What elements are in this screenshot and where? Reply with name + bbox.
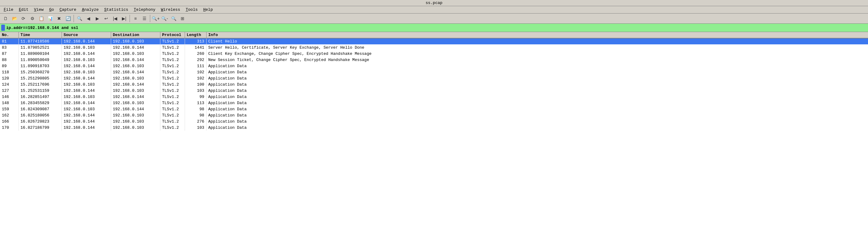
cell-source: 192.168.0.144 xyxy=(62,112,111,118)
menu-item-telephony[interactable]: Telephony xyxy=(131,7,158,12)
table-row[interactable]: 17016.827186799192.168.0.144192.168.0.10… xyxy=(0,124,868,131)
cell-no: 159 xyxy=(0,106,19,112)
menu-item-view[interactable]: View xyxy=(31,7,46,12)
zoom-in-btn[interactable]: 🔍+ xyxy=(151,14,160,23)
cell-no: 166 xyxy=(0,118,19,124)
col-header-destination[interactable]: Destination xyxy=(111,32,160,38)
table-row[interactable]: 11815.250360270192.168.0.103192.168.0.14… xyxy=(0,69,868,75)
cell-destination: 192.168.0.103 xyxy=(111,112,160,118)
table-row[interactable]: 12415.252117696192.168.0.103192.168.0.14… xyxy=(0,81,868,87)
last-btn[interactable]: ▶| xyxy=(120,14,128,23)
cell-protocol: TLSv1.2 xyxy=(160,124,185,131)
print-btn[interactable]: 📊 xyxy=(46,14,55,23)
cell-info: Server Hello, Certificate, Server Key Ex… xyxy=(206,45,868,51)
reload-btn[interactable]: 📋 xyxy=(37,14,45,23)
cell-source: 192.168.0.144 xyxy=(62,100,111,106)
table-row[interactable]: 14816.283455829192.168.0.144192.168.0.10… xyxy=(0,100,868,106)
cell-info: Application Data xyxy=(206,87,868,94)
col-header-protocol[interactable]: Protocol xyxy=(160,32,185,38)
table-row[interactable]: 12015.251290805192.168.0.144192.168.0.10… xyxy=(0,75,868,81)
cell-destination: 192.168.0.103 xyxy=(111,38,160,45)
menu-item-edit[interactable]: Edit xyxy=(16,7,31,12)
first-btn[interactable]: |◀ xyxy=(111,14,119,23)
cell-no: 89 xyxy=(0,63,19,69)
cell-protocol: TLSv1.2 xyxy=(160,63,185,69)
table-row[interactable]: 8811.890050049192.168.0.103192.168.0.144… xyxy=(0,57,868,63)
open-btn[interactable]: 📂 xyxy=(10,14,19,23)
return-btn[interactable]: ↩ xyxy=(102,14,111,23)
cell-time: 11.877418586 xyxy=(19,38,62,45)
colorize-btn[interactable]: ≡ xyxy=(131,14,140,23)
forward-btn[interactable]: ▶ xyxy=(93,14,101,23)
zoom-reset-btn[interactable]: 🔍 xyxy=(169,14,178,23)
menu-item-analyze[interactable]: Analyze xyxy=(80,7,101,12)
cell-info: New Session Ticket, Change Cipher Spec, … xyxy=(206,57,868,63)
cell-info: Application Data xyxy=(206,69,868,75)
cell-protocol: TLSv1.2 xyxy=(160,81,185,87)
packet-list[interactable]: No. Time Source Destination Protocol Len… xyxy=(0,32,868,252)
toolbar-sep-1 xyxy=(73,15,74,22)
cell-length: 292 xyxy=(185,57,206,63)
cell-source: 192.168.0.103 xyxy=(62,94,111,100)
menu-item-statistics[interactable]: Statistics xyxy=(102,7,131,12)
save-btn[interactable]: ⟳ xyxy=(19,14,28,23)
packet-tbody: 8111.877418586192.168.0.144192.168.0.103… xyxy=(0,38,868,131)
menu-item-go[interactable]: Go xyxy=(47,7,57,12)
cell-destination: 192.168.0.144 xyxy=(111,106,160,112)
cell-no: 124 xyxy=(0,81,19,87)
close-btn[interactable]: ⚙ xyxy=(28,14,37,23)
table-row[interactable]: 16616.826720823192.168.0.144192.168.0.10… xyxy=(0,118,868,124)
table-row[interactable]: 8911.890918703192.168.0.144192.168.0.103… xyxy=(0,63,868,69)
filter-input[interactable] xyxy=(6,26,867,30)
table-row[interactable]: 12715.252531159192.168.0.144192.168.0.10… xyxy=(0,87,868,94)
table-row[interactable]: 8111.877418586192.168.0.144192.168.0.103… xyxy=(0,38,868,45)
cell-no: 81 xyxy=(0,38,19,45)
menu-item-file[interactable]: File xyxy=(1,7,16,12)
cell-protocol: TLSv1.2 xyxy=(160,38,185,45)
menu-item-tools[interactable]: Tools xyxy=(183,7,200,12)
cell-protocol: TLSv1.2 xyxy=(160,87,185,94)
menu-bar: FileEditViewGoCaptureAnalyzeStatisticsTe… xyxy=(0,6,868,13)
menu-item-wireless[interactable]: Wireless xyxy=(158,7,183,12)
col-header-no[interactable]: No. xyxy=(0,32,19,38)
autoscroll-btn[interactable]: ☰ xyxy=(140,14,149,23)
cell-info: Application Data xyxy=(206,118,868,124)
menu-item-help[interactable]: Help xyxy=(201,7,215,12)
cell-destination: 192.168.0.103 xyxy=(111,124,160,131)
cell-destination: 192.168.0.144 xyxy=(111,57,160,63)
cell-protocol: TLSv1.2 xyxy=(160,75,185,81)
cell-no: 162 xyxy=(0,112,19,118)
filter-bar xyxy=(0,24,868,32)
table-row[interactable]: 14616.282851497192.168.0.103192.168.0.14… xyxy=(0,94,868,100)
cell-info: Application Data xyxy=(206,81,868,87)
cell-time: 11.890050049 xyxy=(19,57,62,63)
table-row[interactable]: 16216.825180056192.168.0.144192.168.0.10… xyxy=(0,112,868,118)
table-row[interactable]: 15916.824309087192.168.0.103192.168.0.14… xyxy=(0,106,868,112)
cell-destination: 192.168.0.103 xyxy=(111,118,160,124)
cell-length: 260 xyxy=(185,51,206,57)
cell-protocol: TLSv1.2 xyxy=(160,106,185,112)
stop-btn[interactable]: ✖ xyxy=(55,14,63,23)
cell-info: Application Data xyxy=(206,106,868,112)
new-btn[interactable]: 🗋 xyxy=(1,14,10,23)
restart-btn[interactable]: 🔄 xyxy=(64,14,72,23)
cell-source: 192.168.0.144 xyxy=(62,38,111,45)
table-row[interactable]: 8711.889000104192.168.0.144192.168.0.103… xyxy=(0,51,868,57)
cell-destination: 192.168.0.144 xyxy=(111,69,160,75)
find-btn[interactable]: 🔍 xyxy=(75,14,84,23)
resize-col-btn[interactable]: ⊞ xyxy=(178,14,187,23)
cell-protocol: TLSv1.2 xyxy=(160,112,185,118)
toolbar: 🗋 📂 ⟳ ⚙ 📋 📊 ✖ 🔄 🔍 ◀ ▶ ↩ |◀ ▶| ≡ ☰ 🔍+ 🔍- … xyxy=(0,13,868,24)
zoom-out-btn[interactable]: 🔍- xyxy=(160,14,169,23)
col-header-length[interactable]: Length xyxy=(185,32,206,38)
menu-item-capture[interactable]: Capture xyxy=(57,7,79,12)
back-btn[interactable]: ◀ xyxy=(84,14,93,23)
cell-time: 16.826720823 xyxy=(19,118,62,124)
cell-length: 98 xyxy=(185,112,206,118)
cell-destination: 192.168.0.144 xyxy=(111,45,160,51)
col-header-source[interactable]: Source xyxy=(62,32,111,38)
col-header-info[interactable]: Info xyxy=(206,32,868,38)
table-row[interactable]: 8311.879852521192.168.0.103192.168.0.144… xyxy=(0,45,868,51)
cell-destination: 192.168.0.144 xyxy=(111,81,160,87)
col-header-time[interactable]: Time xyxy=(19,32,62,38)
